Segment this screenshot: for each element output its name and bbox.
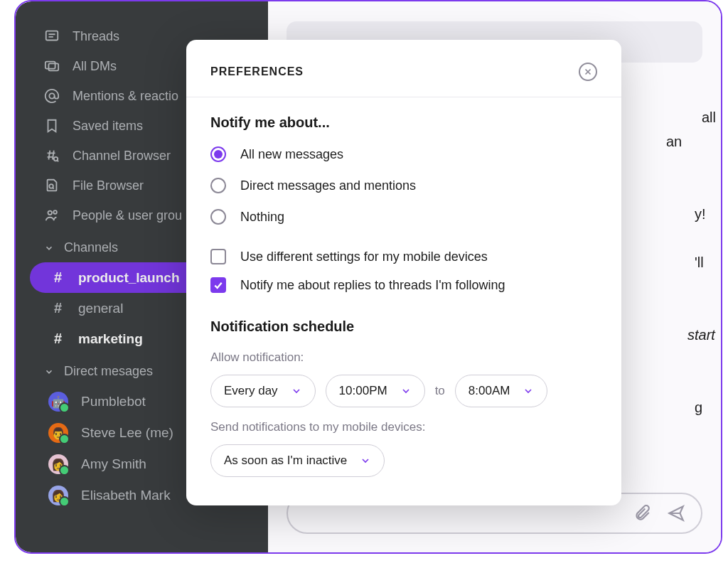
- bookmark-icon: [44, 118, 60, 134]
- check-thread-replies[interactable]: Notify me about replies to threads I'm f…: [210, 277, 597, 293]
- hash-icon: #: [54, 331, 67, 347]
- notify-section-title: Notify me about...: [210, 114, 597, 131]
- section-label: Channels: [64, 240, 118, 255]
- chevron-down-icon: [360, 455, 371, 466]
- chevron-down-icon: [291, 385, 302, 397]
- check-icon: [213, 279, 224, 291]
- svg-line-11: [57, 160, 58, 161]
- send-mobile-label: Send notifications to my mobile devices:: [210, 420, 597, 434]
- radio-nothing[interactable]: Nothing: [210, 209, 597, 225]
- schedule-section-title: Notification schedule: [210, 318, 597, 335]
- close-icon: [583, 67, 593, 77]
- check-mobile-settings[interactable]: Use different settings for my mobile dev…: [210, 249, 597, 264]
- nav-label: All DMs: [73, 59, 117, 74]
- svg-rect-3: [46, 62, 55, 69]
- channel-name: product_launch: [78, 270, 180, 286]
- nav-label: Channel Browser: [73, 149, 171, 164]
- radio-label: Nothing: [240, 210, 284, 225]
- select-value: 10:00PM: [339, 384, 387, 398]
- dm-name: Pumblebot: [81, 394, 146, 409]
- chevron-down-icon: [523, 385, 534, 397]
- nav-label: Threads: [73, 29, 119, 44]
- channel-name: general: [78, 301, 123, 316]
- hash-icon: #: [54, 269, 67, 286]
- radio-input[interactable]: [210, 209, 226, 225]
- dm-name: Elisabeth Mark: [81, 488, 171, 503]
- close-button[interactable]: [579, 63, 597, 81]
- to-time-select[interactable]: 8:00AM: [455, 375, 548, 407]
- svg-rect-4: [48, 63, 58, 70]
- checkbox-input[interactable]: [210, 249, 226, 264]
- checkbox-input[interactable]: [210, 277, 226, 293]
- nav-label: Mentions & reactio: [73, 89, 178, 104]
- avatar: 👨: [48, 423, 68, 443]
- section-label: Direct mesages: [64, 364, 153, 379]
- chevron-down-icon: [44, 367, 54, 377]
- inactive-select[interactable]: As soon as I'm inactive: [210, 444, 385, 477]
- check-label: Use different settings for my mobile dev…: [240, 250, 488, 264]
- nav-label: File Browser: [73, 178, 144, 193]
- allow-notification-label: Allow notification:: [210, 350, 597, 365]
- nav-label: People & user grou: [73, 208, 182, 223]
- dms-icon: [44, 58, 60, 74]
- avatar: 👩: [48, 486, 68, 505]
- radio-all-new[interactable]: All new messages: [210, 146, 597, 162]
- svg-point-14: [48, 211, 53, 215]
- from-time-select[interactable]: 10:00PM: [326, 375, 425, 407]
- chevron-down-icon: [44, 243, 54, 253]
- attachment-icon[interactable]: [633, 504, 651, 523]
- svg-line-13: [53, 188, 54, 189]
- hash-icon: #: [54, 300, 67, 316]
- select-value: As soon as I'm inactive: [224, 454, 347, 468]
- select-value: 8:00AM: [469, 384, 510, 398]
- radio-input[interactable]: [210, 146, 226, 162]
- chevron-down-icon: [400, 385, 412, 397]
- threads-icon: [44, 28, 60, 44]
- at-icon: [44, 88, 60, 104]
- nav-label: Saved items: [73, 119, 143, 134]
- modal-title: PREFERENCES: [210, 65, 304, 78]
- preferences-modal: PREFERENCES Notify me about... All new m…: [186, 40, 621, 505]
- avatar: 👩: [48, 454, 68, 474]
- check-label: Notify me about replies to threads I'm f…: [240, 278, 505, 293]
- radio-input[interactable]: [210, 178, 226, 193]
- svg-point-5: [49, 93, 54, 98]
- frequency-select[interactable]: Every day: [210, 375, 316, 407]
- dm-name: Amy Smith: [81, 456, 146, 472]
- radio-mentions[interactable]: Direct messages and mentions: [210, 178, 597, 193]
- to-label: to: [435, 384, 445, 398]
- hash-search-icon: [44, 148, 60, 164]
- radio-label: Direct messages and mentions: [240, 178, 416, 193]
- send-icon[interactable]: [667, 504, 685, 523]
- svg-line-8: [48, 151, 50, 160]
- channel-name: marketing: [78, 331, 143, 347]
- people-icon: [44, 208, 60, 223]
- avatar: 🤖: [48, 392, 68, 412]
- svg-rect-0: [46, 31, 58, 41]
- svg-point-15: [53, 210, 57, 214]
- radio-label: All new messages: [240, 147, 343, 162]
- select-value: Every day: [224, 384, 278, 398]
- dm-name: Steve Lee (me): [81, 425, 173, 441]
- file-search-icon: [44, 178, 60, 193]
